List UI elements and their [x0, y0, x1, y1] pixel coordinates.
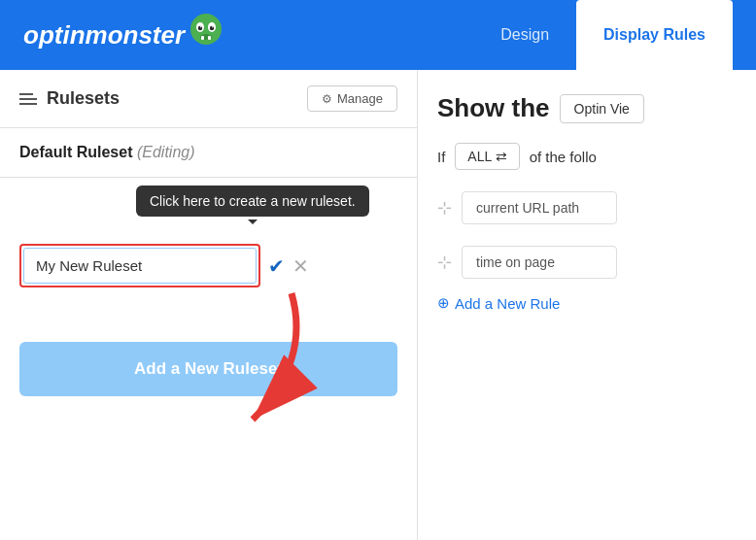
rule-row-0: ⊹ current URL path: [437, 186, 737, 230]
default-ruleset-section: Default Ruleset (Editing): [0, 128, 417, 178]
rulesets-title-wrap: Rulesets: [19, 88, 120, 109]
of-the-following-label: of the follo: [530, 149, 597, 165]
svg-point-3: [198, 26, 202, 30]
svg-point-4: [210, 26, 214, 30]
cancel-icon[interactable]: ✕: [292, 254, 309, 278]
if-label: If: [437, 149, 445, 165]
show-the-label: Show the: [437, 93, 550, 123]
rulesets-title: Rulesets: [47, 88, 120, 109]
rule-row-1: ⊹ time on page: [437, 240, 737, 285]
add-new-rule-label: Add a New Rule: [455, 295, 560, 312]
manage-button[interactable]: ⚙ Manage: [307, 85, 397, 112]
left-panel: Rulesets ⚙ Manage Default Ruleset (Editi…: [0, 70, 418, 540]
nav-design[interactable]: Design: [473, 0, 576, 70]
rule-field-0[interactable]: current URL path: [462, 191, 617, 224]
rule-field-1[interactable]: time on page: [462, 246, 617, 279]
svg-point-0: [190, 14, 222, 45]
new-ruleset-input[interactable]: [23, 248, 257, 284]
action-icons: ✔ ✕: [268, 254, 309, 278]
logo-text: optinmonster: [23, 20, 185, 51]
input-row: ✔ ✕: [19, 244, 397, 287]
confirm-icon[interactable]: ✔: [268, 254, 285, 278]
svg-rect-8: [201, 36, 204, 40]
header-nav: Design Display Rules: [473, 0, 733, 70]
new-ruleset-input-wrap: [19, 244, 260, 287]
svg-rect-9: [208, 36, 211, 40]
editing-label: (Editing): [137, 144, 195, 160]
drag-handle-icon-1[interactable]: ⊹: [437, 252, 452, 273]
if-row: If ALL ⇄ of the follo: [437, 143, 737, 170]
header: optinmonster Design Display Rules: [0, 0, 756, 70]
logo-monster-icon: [189, 12, 223, 54]
show-the-row: Show the Optin Vie: [437, 93, 737, 123]
rulesets-header: Rulesets ⚙ Manage: [0, 70, 417, 128]
right-panel: Show the Optin Vie If ALL ⇄ of the follo…: [418, 70, 756, 540]
add-new-rule-button[interactable]: ⊕ Add a New Rule: [437, 294, 737, 312]
main-content: Rulesets ⚙ Manage Default Ruleset (Editi…: [0, 70, 756, 540]
hamburger-icon: [19, 93, 37, 105]
gear-icon: ⚙: [322, 92, 332, 106]
new-ruleset-area: Click here to create a new ruleset. ✔ ✕: [0, 178, 417, 303]
plus-circle-icon: ⊕: [437, 294, 450, 312]
svg-point-6: [212, 26, 214, 28]
svg-point-5: [200, 26, 202, 28]
drag-handle-icon[interactable]: ⊹: [437, 197, 452, 219]
add-ruleset-button[interactable]: Add a New Ruleset: [19, 342, 397, 396]
nav-display-rules[interactable]: Display Rules: [576, 0, 733, 70]
default-ruleset-label: Default Ruleset (Editing): [19, 144, 195, 160]
logo: optinmonster: [23, 14, 223, 56]
tooltip: Click here to create a new ruleset.: [136, 186, 369, 217]
optin-view-button[interactable]: Optin Vie: [560, 94, 644, 123]
all-button[interactable]: ALL ⇄: [455, 143, 519, 170]
manage-label: Manage: [337, 91, 383, 106]
